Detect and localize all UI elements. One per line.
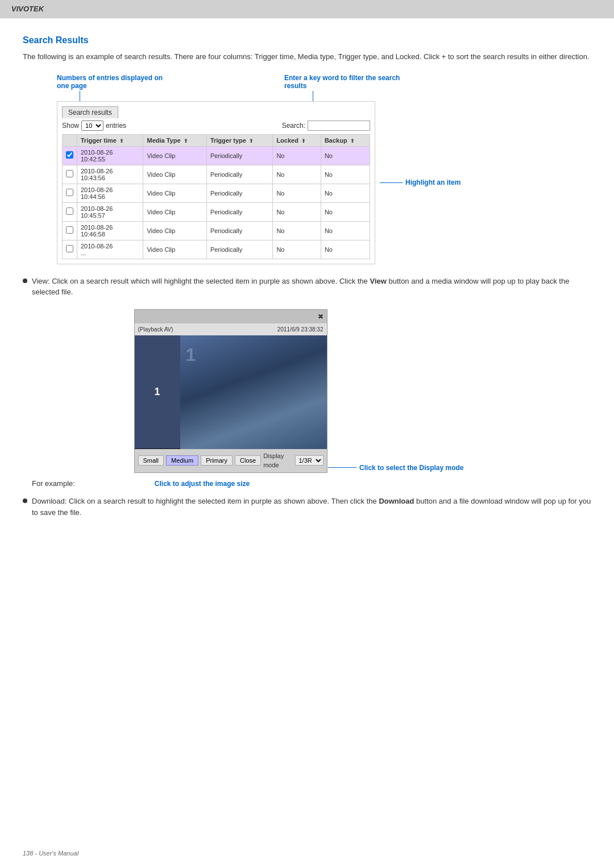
backup-cell: No <box>321 221 370 240</box>
backup-cell: No <box>321 240 370 259</box>
bullet-download: Download: Click on a search result to hi… <box>23 496 591 518</box>
image-size-callout: Click to adjust the image size <box>77 479 327 489</box>
display-mode-callout: Click to select the Display mode <box>328 463 463 473</box>
search-input[interactable] <box>308 121 370 131</box>
diagram-row: Search results Show 10 25 50 entries <box>57 101 591 264</box>
highlight-label: Highlight an item <box>405 178 460 186</box>
trigger-type-cell: Periodically <box>206 202 272 221</box>
row-checkbox[interactable] <box>63 184 77 202</box>
tab-bar: Search results <box>62 106 370 118</box>
highlight-callout: Highlight an item <box>380 178 460 186</box>
media-player-container: ✖ (Playback AV) 2011/6/9 23:38:32 <box>77 304 327 489</box>
player-title-bar: (Playback AV) 2011/6/9 23:38:32 <box>135 323 327 335</box>
trigger-time-cell: 2010-08-2610:42:55 <box>77 146 143 165</box>
diagram-wrapper: Numbers of entries displayed on one page… <box>23 74 591 264</box>
thumb-number-1: 1 <box>154 384 160 400</box>
thumbnail-1[interactable]: 1 <box>135 335 180 449</box>
bullet-view: View: Click on a search result which wil… <box>23 276 591 489</box>
table-row[interactable]: 2010-08-2610:44:56 Video Clip Periodical… <box>63 184 370 202</box>
row-checkbox[interactable] <box>63 165 77 184</box>
page-wrapper: VIVOTEK Search Results The following is … <box>0 0 614 868</box>
col-locked[interactable]: Locked ⬆ <box>273 134 321 146</box>
close-video-button[interactable]: Close <box>235 455 261 466</box>
trigger-type-cell: Periodically <box>206 221 272 240</box>
locked-cell: No <box>273 240 321 259</box>
entries-label: entries <box>106 122 126 130</box>
backup-cell: No <box>321 165 370 184</box>
trigger-time-cell: 2010-08-2610:45:57 <box>77 202 143 221</box>
main-content: Search Results The following is an examp… <box>0 18 614 546</box>
row-checkbox[interactable] <box>63 221 77 240</box>
col-backup[interactable]: Backup ⬆ <box>321 134 370 146</box>
trigger-time-cell: 2010-08-26... <box>77 240 143 259</box>
primary-button[interactable]: Primary <box>201 455 233 466</box>
media-player: ✖ (Playback AV) 2011/6/9 23:38:32 <box>134 309 327 473</box>
small-button[interactable]: Small <box>138 455 164 466</box>
search-label: Search: <box>282 122 305 130</box>
trigger-time-cell: 2010-08-2610:44:56 <box>77 184 143 202</box>
trigger-type-cell: Periodically <box>206 165 272 184</box>
callout-line-display <box>328 467 356 468</box>
media-type-cell: Video Clip <box>143 165 206 184</box>
results-table: Trigger time ⬆ Media Type ⬆ Trigger type… <box>62 134 370 259</box>
player-controls: Small Medium Primary Close Display mode … <box>135 449 327 472</box>
display-mode-select[interactable]: 1/3R 1/4 <box>295 455 323 466</box>
close-button[interactable]: ✖ <box>318 312 323 322</box>
timestamp-label: 2011/6/9 23:38:32 <box>277 325 323 334</box>
col-trigger-time[interactable]: Trigger time ⬆ <box>77 134 143 146</box>
col-checkbox <box>63 134 77 146</box>
media-type-cell: Video Clip <box>143 202 206 221</box>
search-results-tab[interactable]: Search results <box>62 106 118 118</box>
backup-cell: No <box>321 202 370 221</box>
table-row[interactable]: 2010-08-2610:42:55 Video Clip Periodical… <box>63 146 370 165</box>
callout-line <box>380 182 403 183</box>
callout-entries: Numbers of entries displayed on one page <box>57 74 165 101</box>
table-row[interactable]: 2010-08-2610:46:58 Video Clip Periodical… <box>63 221 370 240</box>
col-trigger-type[interactable]: Trigger type ⬆ <box>206 134 272 146</box>
table-row[interactable]: 2010-08-2610:45:57 Video Clip Periodical… <box>63 202 370 221</box>
media-type-cell: Video Clip <box>143 240 206 259</box>
locked-cell: No <box>273 184 321 202</box>
row-checkbox[interactable] <box>63 146 77 165</box>
trigger-type-cell: Periodically <box>206 240 272 259</box>
backup-cell: No <box>321 146 370 165</box>
playback-label: (Playback AV) <box>138 325 173 334</box>
page-title: Search Results <box>23 35 591 45</box>
camera-feed <box>180 335 327 449</box>
row-checkbox[interactable] <box>63 240 77 259</box>
media-type-cell: Video Clip <box>143 184 206 202</box>
display-mode-callout-label: Click to select the Display mode <box>359 463 463 473</box>
entries-select[interactable]: 10 25 50 <box>81 121 103 131</box>
show-label: Show <box>62 122 79 130</box>
trigger-time-cell: 2010-08-2610:43:56 <box>77 165 143 184</box>
media-type-cell: Video Clip <box>143 146 206 165</box>
bullet-text-2: Download: Click on a search result to hi… <box>32 496 591 518</box>
media-type-cell: Video Clip <box>143 221 206 240</box>
search-table-container: Search results Show 10 25 50 entries <box>57 101 375 264</box>
medium-button[interactable]: Medium <box>166 455 198 466</box>
col-media-type[interactable]: Media Type ⬆ <box>143 134 206 146</box>
locked-cell: No <box>273 221 321 240</box>
display-mode-label: Display mode <box>263 451 292 470</box>
locked-cell: No <box>273 146 321 165</box>
row-checkbox[interactable] <box>63 202 77 221</box>
trigger-type-cell: Periodically <box>206 184 272 202</box>
header: VIVOTEK <box>0 0 614 18</box>
table-row[interactable]: 2010-08-26... Video Clip Periodically No… <box>63 240 370 259</box>
intro-text: The following is an example of search re… <box>23 51 591 63</box>
player-title-label <box>138 313 140 321</box>
footer: 138 - User's Manual <box>23 850 78 857</box>
trigger-type-cell: Periodically <box>206 146 272 165</box>
bullet-dot-2 <box>23 499 27 503</box>
callout-search: Enter a key word to filter the search re… <box>284 74 409 101</box>
bullet-section: View: Click on a search result which wil… <box>23 276 591 518</box>
table-row[interactable]: 2010-08-2610:43:56 Video Clip Periodical… <box>63 165 370 184</box>
main-video-view[interactable]: 1 <box>180 335 327 449</box>
table-controls-row: Show 10 25 50 entries Search: <box>62 121 370 131</box>
player-content: 1 1 <box>135 335 327 449</box>
search-field-row: Search: <box>282 121 370 131</box>
bullet-text-1: View: Click on a search result which wil… <box>32 276 591 489</box>
backup-cell: No <box>321 184 370 202</box>
locked-cell: No <box>273 202 321 221</box>
player-header: ✖ <box>135 310 327 323</box>
